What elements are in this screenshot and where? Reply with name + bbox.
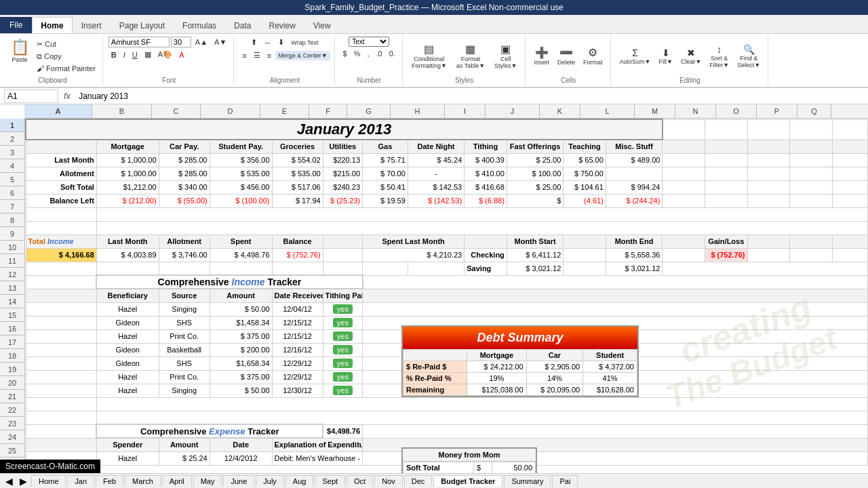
- cell-i5[interactable]: $ 416.68: [465, 180, 507, 194]
- cell-a3[interactable]: Last Month: [26, 153, 96, 167]
- cut-button[interactable]: ✂ Cut: [34, 39, 98, 50]
- cell-b24[interactable]: Spender: [96, 438, 159, 451]
- cell-rest13[interactable]: [363, 289, 868, 302]
- cell-f3[interactable]: $220.13: [323, 153, 362, 167]
- cell-f17[interactable]: yes: [323, 343, 362, 357]
- col-header-j[interactable]: J: [486, 104, 540, 118]
- format-as-table-button[interactable]: ▦ Formatas Table▼: [453, 41, 488, 71]
- cell-i9[interactable]: [465, 235, 507, 248]
- cell-e4[interactable]: $ 535.00: [272, 167, 323, 180]
- cell-m5[interactable]: [663, 180, 705, 194]
- row-header-11[interactable]: 11: [0, 254, 24, 268]
- title-cell[interactable]: January 2013: [26, 119, 663, 140]
- row-header-1[interactable]: 1: [0, 119, 24, 132]
- cell-p1[interactable]: [790, 119, 833, 140]
- cell-l6[interactable]: $ (244.24): [606, 194, 663, 207]
- cell-f6[interactable]: $ (25.23): [323, 194, 362, 207]
- tab-insert[interactable]: Insert: [73, 17, 111, 33]
- cell-d24[interactable]: Date: [210, 438, 272, 451]
- table-row[interactable]: $ 4,166.68 $ 4,003.89 $ 3,746.00 $ 4,498…: [26, 248, 868, 262]
- row-header-25[interactable]: 25: [0, 444, 24, 458]
- tab-page-layout[interactable]: Page Layout: [111, 17, 174, 33]
- cell-d20[interactable]: $ 50.00: [210, 384, 272, 397]
- cell-rest7[interactable]: [96, 207, 867, 221]
- expense-tracker-title[interactable]: Comprehensive Expense Tracker: [96, 424, 323, 438]
- cell-c4[interactable]: $ 285.00: [159, 167, 210, 180]
- cell-l10[interactable]: $ 5,658.36: [606, 248, 663, 262]
- cell-e3[interactable]: $ 554.02: [272, 153, 323, 167]
- cell-e20[interactable]: 12/30/12: [272, 384, 323, 397]
- col-header-f[interactable]: F: [309, 104, 347, 118]
- row-header-16[interactable]: 16: [0, 322, 24, 336]
- cell-rest14[interactable]: [363, 302, 868, 316]
- cell-b3[interactable]: $ 1,000.00: [96, 153, 159, 167]
- cell-f19[interactable]: yes: [323, 370, 362, 384]
- cell-g6[interactable]: $ 19.59: [363, 194, 408, 207]
- increase-decimal-button[interactable]: .0: [374, 48, 385, 59]
- cell-o1[interactable]: [747, 119, 790, 140]
- cell-o4[interactable]: [747, 167, 790, 180]
- row-header-6[interactable]: 6: [0, 186, 24, 200]
- cell-a5[interactable]: Soft Total: [26, 180, 96, 194]
- col-header-a[interactable]: A: [24, 104, 92, 118]
- cell-g4[interactable]: $ 70.00: [363, 167, 408, 180]
- col-header-n[interactable]: N: [675, 104, 716, 118]
- cell-o6[interactable]: [747, 194, 790, 207]
- col-header-o[interactable]: O: [716, 104, 757, 118]
- cell-b16[interactable]: Hazel: [96, 329, 159, 343]
- row-header-5[interactable]: 5: [0, 173, 24, 186]
- font-color-button[interactable]: A: [176, 49, 186, 60]
- conditional-formatting-button[interactable]: ▤ ConditionalFormatting▼: [408, 41, 450, 71]
- cell-f9[interactable]: [323, 235, 362, 248]
- table-row[interactable]: [26, 397, 868, 411]
- cell-q1[interactable]: [832, 119, 867, 140]
- cell-b19[interactable]: Hazel: [96, 370, 159, 384]
- row-header-17[interactable]: 17: [0, 336, 24, 349]
- cell-n5[interactable]: [705, 180, 747, 194]
- cell-n1[interactable]: [705, 119, 747, 140]
- cell-m10[interactable]: [663, 248, 705, 262]
- cell-g3[interactable]: $ 75.71: [363, 153, 408, 167]
- cell-o3[interactable]: [747, 153, 790, 167]
- autosum-button[interactable]: ΣAutoSum▼: [616, 45, 654, 67]
- cell-o5[interactable]: [747, 180, 790, 194]
- insert-button[interactable]: ➕Insert: [531, 44, 553, 68]
- cell-n9[interactable]: Gain/Loss: [705, 235, 747, 248]
- cell-f5[interactable]: $240.23: [323, 180, 362, 194]
- cell-b20[interactable]: Hazel: [96, 384, 159, 397]
- cell-a9[interactable]: Total Income: [26, 235, 96, 248]
- cell-e5[interactable]: $ 517.06: [272, 180, 323, 194]
- cell-q3[interactable]: [832, 153, 867, 167]
- row-header-3[interactable]: 3: [0, 146, 24, 159]
- cell-b2[interactable]: Mortgage: [96, 140, 159, 153]
- fill-button[interactable]: ⬇Fill▼: [656, 45, 676, 67]
- sheet-tab-march[interactable]: March: [125, 475, 161, 487]
- cell-c9[interactable]: Allotment: [159, 235, 210, 248]
- grid[interactable]: January 2013 Mortgage Car Pay. Student P…: [25, 119, 868, 473]
- cell-e11[interactable]: [272, 262, 323, 275]
- cell-a20[interactable]: [26, 384, 96, 397]
- cell-j6[interactable]: $: [507, 194, 563, 207]
- cell-d3[interactable]: $ 356.00: [210, 153, 272, 167]
- cell-a18[interactable]: [26, 357, 96, 370]
- sheet-tab-home[interactable]: Home: [31, 475, 66, 487]
- cell-i4[interactable]: $ 410.00: [465, 167, 507, 180]
- row-header-8[interactable]: 8: [0, 214, 24, 227]
- cell-a24[interactable]: [26, 438, 96, 451]
- cell-h3[interactable]: $ 45.24: [408, 153, 464, 167]
- cell-i6[interactable]: $ (6.88): [465, 194, 507, 207]
- cell-c11[interactable]: [159, 262, 210, 275]
- sheet-tab-jan[interactable]: Jan: [67, 475, 94, 487]
- cell-l3[interactable]: $ 489.00: [606, 153, 663, 167]
- cell-h2[interactable]: Date Night: [408, 140, 464, 153]
- tab-review[interactable]: Review: [260, 17, 304, 33]
- cell-b15[interactable]: Gideon: [96, 316, 159, 329]
- cell-e24[interactable]: Explanation of Expenditure: [272, 438, 363, 451]
- cell-j3[interactable]: $ 25.00: [507, 153, 563, 167]
- cell-f23[interactable]: $4,498.76: [323, 424, 362, 438]
- underline-button[interactable]: U: [130, 49, 140, 60]
- cell-d16[interactable]: $ 375.00: [210, 329, 272, 343]
- col-header-m[interactable]: M: [635, 104, 675, 118]
- format-painter-button[interactable]: 🖌 Format Painter: [34, 63, 98, 74]
- row-header-9[interactable]: 9: [0, 227, 24, 241]
